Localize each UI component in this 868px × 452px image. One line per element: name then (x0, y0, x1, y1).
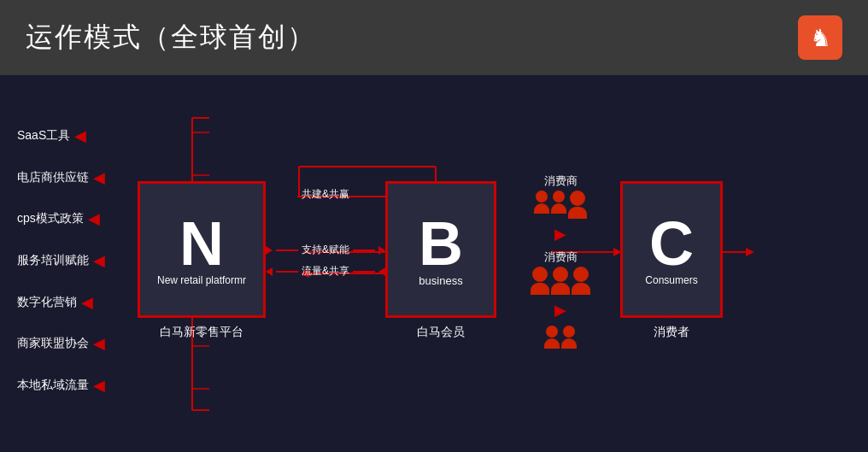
person-head-5 (553, 267, 568, 282)
label-cps-text: cps模式政策 (17, 211, 84, 226)
person-icon-8 (561, 326, 577, 349)
people-section: 消费商 ▶ (513, 173, 607, 349)
person-body-2 (551, 203, 566, 214)
person-icon-3 (568, 191, 587, 219)
person-icon-1 (534, 191, 549, 219)
logo-box: ♞ (798, 15, 842, 60)
person-head-3 (570, 191, 585, 206)
label-training: 服务培训赋能 ◀ (17, 251, 105, 270)
arrow-alliance: ◀ (93, 334, 105, 353)
people-label-middle: 消费商 (544, 249, 578, 265)
person-icon-2 (551, 191, 566, 219)
middle-arrows: 共建&共赢 支持&赋能 流量&共享 (266, 243, 385, 279)
down-arrow-1: ▶ (554, 225, 566, 244)
arrow-row-middle: 支持&赋能 (266, 243, 385, 257)
arrow-label-top: 共建&共赢 (302, 187, 349, 202)
n-box: N New retail platformr (138, 181, 266, 318)
people-group-middle: 消费商 (531, 249, 590, 295)
person-body-5 (551, 283, 570, 295)
line-middle (276, 249, 298, 251)
people-row-bottom (544, 326, 577, 349)
logo-icon: ♞ (810, 24, 831, 52)
c-caption: 消费者 (654, 325, 689, 340)
arrow-text-bottom: 流量&共享 (302, 264, 349, 279)
people-label-top: 消费商 (544, 173, 578, 189)
label-local: 本地私域流量 ◀ (17, 376, 105, 395)
arrow-digital: ◀ (81, 293, 93, 312)
arrowhead-left-1 (266, 267, 273, 276)
person-body-1 (534, 203, 549, 214)
label-alliance-text: 商家联盟协会 (17, 336, 89, 351)
n-caption: 白马新零售平台 (160, 325, 243, 340)
person-head-1 (536, 191, 548, 203)
line-middle-2 (353, 249, 375, 251)
arrowhead-right-2 (378, 246, 385, 255)
arrow-saas: ◀ (74, 126, 86, 145)
label-digital-text: 数字化营销 (17, 295, 77, 310)
b-subtitle: business (419, 274, 462, 287)
person-body-4 (531, 283, 549, 295)
down-arrow-2: ▶ (554, 301, 566, 320)
label-digital: 数字化营销 ◀ (17, 293, 105, 312)
label-alliance: 商家联盟协会 ◀ (17, 334, 105, 353)
n-box-wrapper: N New retail platformr 白马新零售平台 (138, 181, 266, 340)
n-letter: N (179, 213, 224, 274)
line-bottom (276, 271, 298, 273)
label-training-text: 服务培训赋能 (17, 253, 89, 268)
person-head-2 (553, 191, 565, 203)
b-box-wrapper: B business 白马会员 (385, 181, 496, 340)
people-row-middle (531, 267, 590, 295)
person-head-4 (532, 267, 548, 282)
label-saas-text: SaaS工具 (17, 128, 70, 144)
c-subtitle: Consumers (645, 274, 697, 286)
person-body-8 (561, 338, 577, 349)
label-supply: 电店商供应链 ◀ (17, 168, 105, 187)
b-caption: 白马会员 (417, 325, 465, 340)
people-group-bottom (544, 326, 577, 349)
arrow-supply: ◀ (93, 168, 105, 187)
arrow-text-middle: 支持&赋能 (302, 243, 349, 257)
page-title: 运作模式（全球首创） (26, 19, 316, 56)
label-saas: SaaS工具 ◀ (17, 126, 105, 145)
person-icon-7 (544, 326, 560, 349)
line-bottom-2 (353, 271, 375, 273)
people-row-top (534, 191, 587, 219)
person-head-6 (573, 267, 589, 282)
label-supply-text: 电店商供应链 (17, 170, 89, 185)
c-letter: C (649, 213, 694, 274)
arrow-row-bottom: 流量&共享 (266, 264, 385, 279)
label-cps: cps模式政策 ◀ (17, 209, 105, 228)
person-icon-4 (531, 267, 549, 295)
left-labels: SaaS工具 ◀ 电店商供应链 ◀ cps模式政策 ◀ 服务培训赋能 ◀ 数字化… (17, 115, 105, 406)
arrowhead-left-2 (378, 267, 385, 276)
person-body-3 (568, 207, 587, 219)
person-head-7 (546, 326, 558, 338)
label-local-text: 本地私域流量 (17, 378, 89, 393)
person-icon-6 (572, 267, 590, 295)
arrow-local: ◀ (93, 376, 105, 395)
person-head-8 (563, 326, 575, 338)
person-body-6 (572, 283, 590, 295)
arrow-cps: ◀ (88, 209, 100, 228)
c-section: C Consumers 消费者 (620, 181, 723, 340)
content-area: SaaS工具 ◀ 电店商供应链 ◀ cps模式政策 ◀ 服务培训赋能 ◀ 数字化… (0, 90, 868, 431)
person-body-7 (544, 338, 560, 349)
person-icon-5 (551, 267, 570, 295)
b-letter: B (419, 213, 463, 274)
b-box: B business (385, 181, 496, 318)
arrow-training: ◀ (93, 251, 105, 270)
arrowhead-right-1 (266, 246, 273, 255)
slide: 运作模式（全球首创） ♞ (0, 0, 868, 452)
header: 运作模式（全球首创） ♞ (0, 0, 868, 75)
c-box: C Consumers (620, 181, 723, 318)
n-subtitle: New retail platformr (157, 274, 246, 286)
people-group-top: 消费商 (534, 173, 587, 219)
